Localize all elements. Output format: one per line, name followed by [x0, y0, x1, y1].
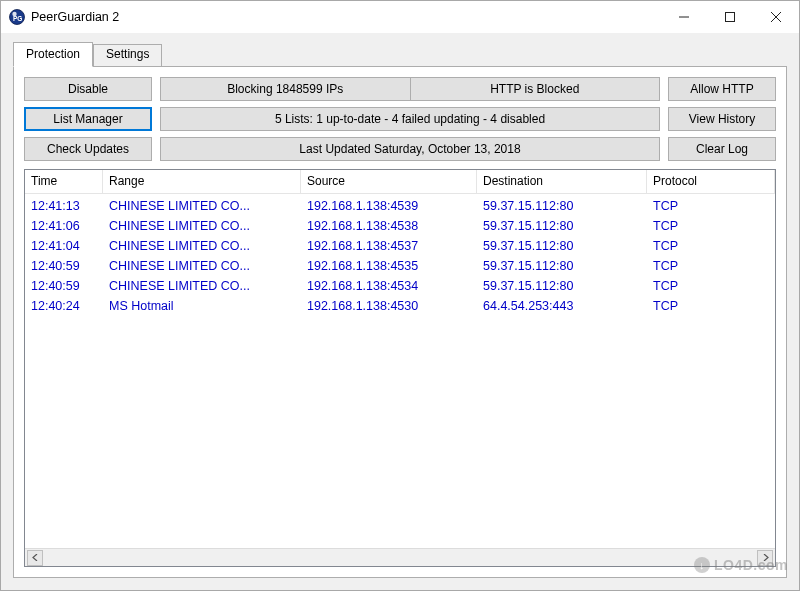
log-row[interactable]: 12:40:59CHINESE LIMITED CO...192.168.1.1…	[25, 256, 775, 276]
log-cell-time: 12:40:59	[25, 276, 103, 296]
status-http: HTTP is Blocked	[410, 78, 660, 100]
status-blocking: Blocking 1848599 IPs	[161, 78, 410, 100]
log-cell-source: 192.168.1.138:4530	[301, 296, 477, 316]
status-last-updated: Last Updated Saturday, October 13, 2018	[160, 137, 660, 161]
col-protocol[interactable]: Protocol	[647, 170, 775, 194]
col-source[interactable]: Source	[301, 170, 477, 194]
log-cell-protocol: TCP	[647, 196, 775, 216]
log-cell-protocol: TCP	[647, 256, 775, 276]
log-cell-source: 192.168.1.138:4538	[301, 216, 477, 236]
log-cell-range: CHINESE LIMITED CO...	[103, 256, 301, 276]
titlebar[interactable]: PG PeerGuardian 2	[1, 1, 799, 33]
log-cell-time: 12:40:59	[25, 256, 103, 276]
col-range[interactable]: Range	[103, 170, 301, 194]
log-cell-time: 12:41:06	[25, 216, 103, 236]
allow-http-button[interactable]: Allow HTTP	[668, 77, 776, 101]
window-controls	[661, 1, 799, 33]
log-cell-source: 192.168.1.138:4537	[301, 236, 477, 256]
log-list: Time Range Source Destination Protocol 1…	[24, 169, 776, 567]
horizontal-scrollbar[interactable]	[25, 548, 775, 566]
maximize-button[interactable]	[707, 1, 753, 33]
status-lists: 5 Lists: 1 up-to-date - 4 failed updatin…	[160, 107, 660, 131]
log-row[interactable]: 12:41:13CHINESE LIMITED CO...192.168.1.1…	[25, 196, 775, 216]
log-cell-range: MS Hotmail	[103, 296, 301, 316]
status-block-http: Blocking 1848599 IPs HTTP is Blocked	[160, 77, 660, 101]
scroll-right-icon[interactable]	[757, 550, 773, 566]
svg-rect-4	[726, 13, 735, 22]
tab-content: Disable Blocking 1848599 IPs HTTP is Blo…	[13, 66, 787, 578]
log-cell-protocol: TCP	[647, 236, 775, 256]
list-manager-button[interactable]: List Manager	[24, 107, 152, 131]
check-updates-button[interactable]: Check Updates	[24, 137, 152, 161]
log-header: Time Range Source Destination Protocol	[25, 170, 775, 194]
log-cell-destination: 59.37.15.112:80	[477, 236, 647, 256]
tabstrip: Protection Settings	[13, 42, 787, 67]
client-area: Protection Settings Disable Blocking 184…	[1, 33, 799, 590]
log-cell-range: CHINESE LIMITED CO...	[103, 236, 301, 256]
svg-text:PG: PG	[13, 15, 22, 22]
log-cell-source: 192.168.1.138:4534	[301, 276, 477, 296]
log-cell-range: CHINESE LIMITED CO...	[103, 196, 301, 216]
tab-settings[interactable]: Settings	[93, 44, 162, 67]
close-button[interactable]	[753, 1, 799, 33]
log-cell-destination: 59.37.15.112:80	[477, 196, 647, 216]
view-history-button[interactable]: View History	[668, 107, 776, 131]
log-row[interactable]: 12:40:24MS Hotmail192.168.1.138:453064.4…	[25, 296, 775, 316]
log-cell-protocol: TCP	[647, 276, 775, 296]
log-cell-source: 192.168.1.138:4535	[301, 256, 477, 276]
log-cell-time: 12:41:04	[25, 236, 103, 256]
log-body[interactable]: 12:41:13CHINESE LIMITED CO...192.168.1.1…	[25, 194, 775, 548]
col-time[interactable]: Time	[25, 170, 103, 194]
clear-log-button[interactable]: Clear Log	[668, 137, 776, 161]
col-destination[interactable]: Destination	[477, 170, 647, 194]
minimize-button[interactable]	[661, 1, 707, 33]
log-cell-range: CHINESE LIMITED CO...	[103, 216, 301, 236]
app-icon: PG	[9, 9, 25, 25]
log-cell-destination: 59.37.15.112:80	[477, 276, 647, 296]
log-cell-destination: 64.4.54.253:443	[477, 296, 647, 316]
app-window: PG PeerGuardian 2 Protection Settings Di…	[0, 0, 800, 591]
log-cell-source: 192.168.1.138:4539	[301, 196, 477, 216]
log-cell-destination: 59.37.15.112:80	[477, 256, 647, 276]
log-row[interactable]: 12:41:04CHINESE LIMITED CO...192.168.1.1…	[25, 236, 775, 256]
scroll-left-icon[interactable]	[27, 550, 43, 566]
log-cell-protocol: TCP	[647, 216, 775, 236]
disable-button[interactable]: Disable	[24, 77, 152, 101]
log-cell-range: CHINESE LIMITED CO...	[103, 276, 301, 296]
tab-protection[interactable]: Protection	[13, 42, 93, 67]
log-cell-time: 12:41:13	[25, 196, 103, 216]
log-cell-time: 12:40:24	[25, 296, 103, 316]
log-row[interactable]: 12:40:59CHINESE LIMITED CO...192.168.1.1…	[25, 276, 775, 296]
log-cell-destination: 59.37.15.112:80	[477, 216, 647, 236]
log-row[interactable]: 12:41:06CHINESE LIMITED CO...192.168.1.1…	[25, 216, 775, 236]
window-title: PeerGuardian 2	[31, 10, 119, 24]
log-cell-protocol: TCP	[647, 296, 775, 316]
